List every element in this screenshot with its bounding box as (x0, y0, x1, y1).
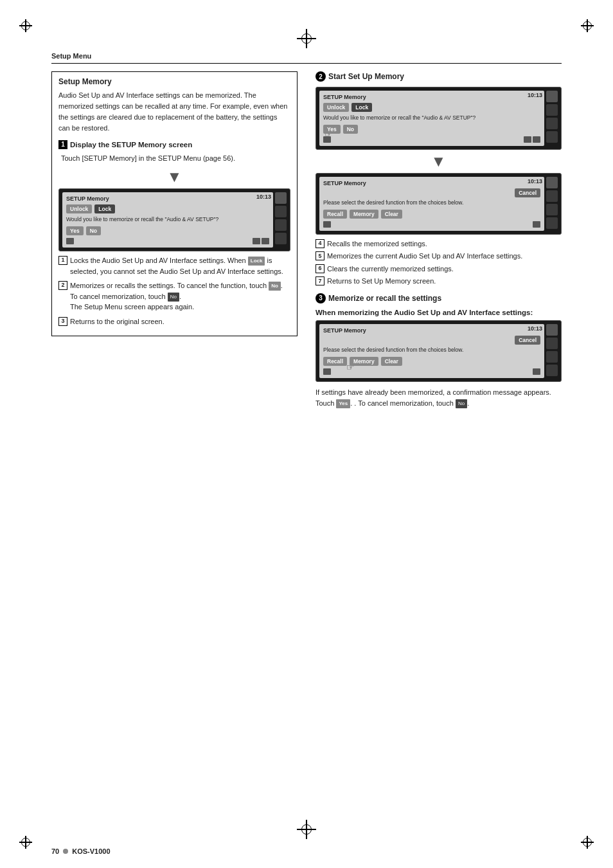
screen-title-r3: SETUP Memory (323, 327, 540, 334)
step3-header: 3 Memorize or recall the settings (315, 293, 562, 303)
screen-no-btn-r1[interactable]: No (343, 125, 358, 134)
bullet-item-5: 5 Memorizes the current Audio Set Up and… (315, 251, 562, 262)
screen-cancel-btn-r3[interactable]: Cancel (515, 336, 540, 345)
reg-mark-tr (581, 19, 594, 32)
nav-icon-r5 (533, 221, 540, 228)
screen-time-1: 10:13 (256, 194, 271, 200)
screen-clear-btn[interactable]: Clear (381, 210, 402, 219)
screen-main-r2: SETUP Memory 10:13 Cancel Please select … (319, 177, 544, 231)
right-column: 2 Start Set Up Memory SETUP Memory 10:13… (315, 71, 562, 409)
screen-sidebar-r1 (546, 91, 558, 146)
nav-icon-r6 (323, 368, 331, 375)
screen-nav-1 (66, 238, 74, 244)
num-text-2: Memorizes or recalls the settings. To ca… (70, 280, 290, 312)
nav-icon-3 (262, 238, 269, 244)
num-item-2: 2 Memorizes or recalls the settings. To … (58, 280, 290, 312)
sub-step-title: When memorizing the Audio Set Up and AV … (315, 309, 562, 316)
screen-no-btn[interactable]: No (86, 226, 101, 235)
footer-page-num: 70 (51, 847, 59, 855)
screen-yes-btn-r1[interactable]: Yes (323, 125, 341, 134)
sidebar-btn-4 (275, 233, 287, 244)
screen-main-r1: SETUP Memory 10:13 Unlock Lock Would you… (319, 91, 544, 146)
nav-icon-r4 (323, 221, 331, 228)
setup-memory-desc: Audio Set Up and AV Interface settings c… (58, 90, 290, 134)
screen-memory-btn-r3[interactable]: Memory (350, 357, 378, 366)
screen-unlock-btn[interactable]: Unlock (66, 204, 92, 213)
sidebar-btn-r4 (546, 131, 558, 143)
screen-lock-btn[interactable]: Lock (94, 204, 115, 213)
screen-cancel-btn-r2[interactable]: Cancel (515, 188, 540, 197)
screen-btn-row-r3: Recall Memory Clear (323, 210, 540, 219)
no-inline-btn-step3: No (456, 399, 467, 408)
sidebar-btn-3 (275, 219, 287, 231)
step1-desc: Touch [SETUP Memory] in the SETUP Menu (… (58, 153, 290, 164)
screen-sidebar-r2 (546, 177, 558, 231)
step3-title: Memorize or recall the settings (328, 294, 441, 303)
step3-num: 3 (315, 293, 326, 303)
screen-time-r2: 10:13 (528, 178, 542, 185)
sidebar-btn-1 (275, 192, 287, 204)
lock-inline-btn: Lock (248, 257, 265, 266)
bullet-num-4: 4 (315, 239, 324, 248)
step1-badge: 1 (58, 140, 67, 149)
left-column: Setup Memory Audio Set Up and AV Interfa… (51, 71, 298, 409)
screen-clear-btn-r3[interactable]: Clear (381, 357, 402, 366)
footer: 70 KOS-V1000 (51, 847, 111, 855)
num-box-3: 3 (58, 317, 67, 326)
no-inline-btn-1: No (269, 282, 281, 291)
sidebar-btn-r11 (546, 351, 558, 363)
bullet-text-7: Returns to Set Up Memory screen. (327, 276, 436, 287)
step1-title: Display the SETUP Memory screen (70, 141, 192, 149)
screen-sidebar-r3 (546, 324, 558, 378)
screen-main-1: SETUP Memory 10:13 Unlock Lock Would you… (62, 192, 273, 248)
reg-mark-br (581, 836, 594, 849)
screen-recall-btn-r3[interactable]: Recall (323, 357, 347, 366)
main-content: Setup Menu Setup Memory Audio Set Up and… (51, 51, 562, 817)
bullet-list: 4 Recalls the memorized settings. 5 Memo… (315, 239, 562, 287)
screen-main-r3: SETUP Memory 10:13 Cancel Please select … (319, 324, 544, 378)
num-item-1: 1 Locks the Audio Set Up and AV Interfac… (58, 255, 290, 276)
screen-title-1: SETUP Memory (66, 195, 269, 202)
screen-memory-btn[interactable]: Memory (350, 210, 378, 219)
screen-mockup-1: SETUP Memory 10:13 Unlock Lock Would you… (58, 188, 290, 251)
screen-nav-right-1 (253, 238, 269, 244)
arrow-down-r1: ▼ (315, 154, 562, 169)
bullet-num-6: 6 (315, 264, 324, 273)
yes-inline-btn: Yes (336, 399, 350, 408)
sidebar-btn-r1 (546, 91, 558, 102)
setup-memory-section: Setup Memory Audio Set Up and AV Interfa… (51, 71, 298, 336)
screen-yes-btn[interactable]: Yes (66, 226, 84, 235)
step3-desc-text2: . To cancel memorization, touch (354, 399, 453, 407)
screen-lock-btn-r1[interactable]: Lock (351, 103, 372, 112)
screen-bottom-bar-1 (66, 238, 269, 244)
sidebar-btn-r3 (546, 118, 558, 129)
screen-btn-row-2: Yes No (66, 226, 269, 235)
screen-bottom-bar-r2 (323, 221, 540, 228)
screen-unlock-btn-r1[interactable]: Unlock (323, 103, 349, 112)
screen-recall-btn[interactable]: Recall (323, 210, 347, 219)
sidebar-btn-r2 (546, 104, 558, 116)
bullet-text-6: Clears the currently memorized settings. (327, 264, 454, 275)
setup-memory-title: Setup Memory (58, 77, 290, 86)
screen-title-r1: SETUP Memory (323, 94, 540, 100)
nav-icon-r3 (533, 136, 540, 143)
numbered-list: 1 Locks the Audio Set Up and AV Interfac… (58, 255, 290, 327)
sidebar-btn-2 (275, 206, 287, 217)
no-inline-btn-2: No (168, 293, 179, 302)
nav-icon-r2 (524, 136, 531, 143)
bullet-text-5: Memorizes the current Audio Set Up and A… (327, 251, 522, 262)
reg-mark-tl (19, 19, 32, 32)
screen-btn-row-1: Unlock Lock (66, 204, 269, 213)
page-header: Setup Menu (51, 51, 562, 64)
step2-header: 2 Start Set Up Memory (315, 71, 562, 82)
arrow-down-1: ▼ (58, 169, 290, 185)
screen-title-r2: SETUP Memory (323, 180, 540, 186)
sidebar-btn-r5 (546, 177, 558, 188)
screen-btn-row-r4: Recall Memory Clear ☞ (323, 357, 540, 366)
nav-icon-1 (66, 238, 74, 244)
sidebar-btn-r10 (546, 338, 558, 349)
reg-mark-bl (19, 836, 32, 849)
nav-icon-2 (253, 238, 260, 244)
screen-label-1: Would you like to memorize or recall the… (66, 216, 269, 224)
nav-icon-r7 (533, 368, 540, 375)
